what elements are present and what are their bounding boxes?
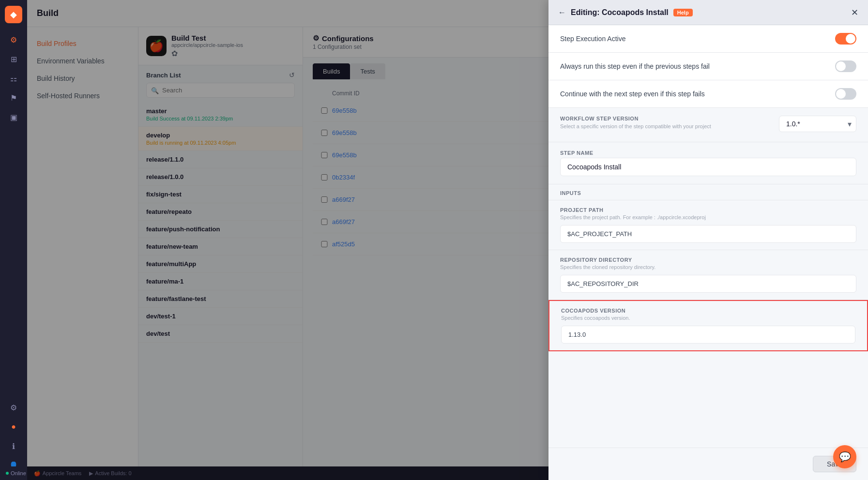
step-name-title: STEP NAME (560, 150, 856, 156)
step-name-value[interactable]: Cocoapods Install (560, 158, 856, 176)
step-execution-section: Step Execution Active (548, 25, 868, 53)
close-button[interactable]: ✕ (851, 7, 858, 18)
editing-body: Step Execution Active Always run this st… (548, 25, 868, 448)
step-name-section: STEP NAME Cocoapods Install (548, 142, 868, 184)
inputs-title: INPUTS (560, 190, 856, 196)
sidebar-item-grid[interactable]: ⚏ (5, 70, 22, 87)
repository-dir-desc: Specifies the cloned repository director… (560, 264, 856, 270)
cocoapods-version-name: COCOAPODS VERSION (561, 308, 855, 314)
back-button[interactable]: ← (558, 8, 566, 17)
sidebar-item-user-color[interactable]: ● (5, 418, 22, 435)
cocoapods-version-block: COCOAPODS VERSION Specifies cocoapods ve… (548, 300, 868, 351)
workflow-row: WORKFLOW STEP VERSION Select a specific … (560, 116, 856, 134)
sidebar-item-settings[interactable]: ⚙ (5, 399, 22, 416)
version-select[interactable]: 1.0.* latest (779, 116, 856, 132)
logo-icon: ◆ (10, 9, 17, 20)
toggle-thumb (836, 89, 846, 99)
project-path-name: PROJECT PATH (560, 207, 856, 213)
step-execution-toggle[interactable] (835, 33, 856, 45)
sidebar: ◆ ⚙ ⊞ ⚏ ⚑ ▣ ⚙ ● ℹ 👤 (0, 0, 27, 480)
toggle-thumb (836, 61, 846, 71)
online-dot (6, 472, 9, 475)
sidebar-item-build[interactable]: ⚙ (5, 31, 22, 48)
repository-dir-block: REPOSITORY DIRECTORY Specifies the clone… (548, 250, 868, 300)
project-path-desc: Specifies the project path. For example … (560, 214, 856, 220)
repository-dir-name: REPOSITORY DIRECTORY (560, 257, 856, 263)
sidebar-item-flag[interactable]: ⚑ (5, 89, 22, 106)
chat-icon: 💬 (839, 451, 851, 463)
editing-header: ← Editing: Cocoapods Install Help ✕ (548, 0, 868, 25)
continue-next-section: Continue with the next step even if this… (548, 80, 868, 108)
app-logo[interactable]: ◆ (5, 6, 22, 23)
inputs-section: INPUTS (548, 184, 868, 200)
always-run-section: Always run this step even if the previou… (548, 53, 868, 80)
always-run-toggle[interactable] (835, 60, 856, 72)
editing-panel: ← Editing: Cocoapods Install Help ✕ Step… (548, 0, 868, 480)
workflow-step-version-section: WORKFLOW STEP VERSION Select a specific … (548, 108, 868, 142)
workflow-step-version-title: WORKFLOW STEP VERSION (560, 116, 771, 121)
help-badge[interactable]: Help (673, 9, 693, 16)
cocoapods-version-value[interactable]: 1.13.0 (561, 326, 855, 344)
chat-bubble[interactable]: 💬 (833, 445, 856, 468)
main-content: Build Build Profiles Environment Variabl… (27, 0, 868, 480)
version-select-wrapper: 1.0.* latest (779, 116, 856, 132)
editing-title: Editing: Cocoapods Install (571, 8, 669, 17)
online-label: Online (11, 470, 26, 476)
editing-footer: Save (548, 448, 868, 480)
project-path-block: PROJECT PATH Specifies the project path.… (548, 200, 868, 250)
continue-next-toggle[interactable] (835, 88, 856, 100)
toggle-thumb (846, 34, 855, 44)
workflow-left: WORKFLOW STEP VERSION Select a specific … (560, 116, 771, 134)
continue-next-label: Continue with the next step even if this… (560, 90, 705, 98)
sidebar-item-box[interactable]: ▣ (5, 108, 22, 126)
always-run-label: Always run this step even if the previou… (560, 62, 710, 70)
repository-dir-value[interactable]: $AC_REPOSITORY_DIR (560, 275, 856, 293)
sidebar-item-info[interactable]: ℹ (5, 437, 22, 455)
step-execution-label: Step Execution Active (560, 35, 625, 43)
online-status: Online (6, 470, 26, 476)
sidebar-item-dashboard[interactable]: ⊞ (5, 50, 22, 68)
workflow-step-version-subtitle: Select a specific version of the step co… (560, 123, 771, 129)
cocoapods-version-desc: Specifies cocoapods version. (561, 315, 855, 321)
project-path-value[interactable]: $AC_PROJECT_PATH (560, 225, 856, 243)
